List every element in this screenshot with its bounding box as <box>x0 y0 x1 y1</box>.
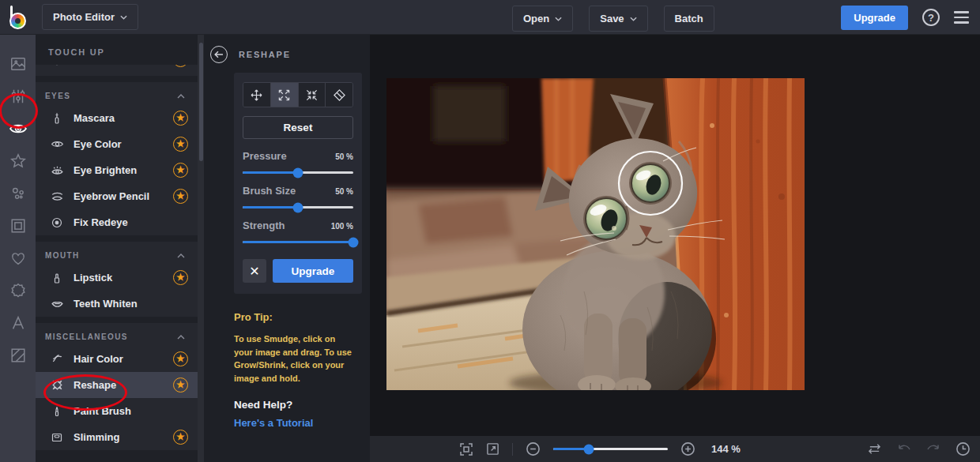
text-icon[interactable] <box>8 313 28 333</box>
menu-item-mascara[interactable]: Mascara ★ <box>36 105 198 131</box>
eye-brighten-icon <box>50 163 64 178</box>
fullscreen-icon[interactable] <box>486 442 499 456</box>
frames-icon[interactable] <box>8 216 28 236</box>
section-title: EYES <box>45 92 70 100</box>
grow-tool-button[interactable] <box>271 83 299 107</box>
effects-star-icon[interactable] <box>8 151 28 171</box>
reshape-controls-card: Reset Pressure 50 % Brush Size 50 % <box>234 73 362 294</box>
premium-star-badge: ★ <box>173 189 188 204</box>
menu-item-eyebrow-pencil[interactable]: Eyebrow Pencil ★ <box>36 183 198 209</box>
pressure-slider-block: Pressure 50 % <box>243 150 353 174</box>
chevron-down-icon <box>555 17 562 21</box>
redo-icon[interactable] <box>926 443 940 456</box>
premium-star-badge: ★ <box>173 270 188 285</box>
zoom-slider-thumb[interactable] <box>583 444 594 454</box>
pressure-slider-thumb[interactable] <box>293 167 303 178</box>
zoom-in-icon[interactable] <box>680 441 695 456</box>
pro-tip-title: Pro Tip: <box>234 311 359 323</box>
section-title: MOUTH <box>45 251 80 260</box>
miscellaneous-section-header[interactable]: MISCELLANEOUS <box>36 323 198 346</box>
brush-size-slider-thumb[interactable] <box>293 202 303 212</box>
menu-item-fix-redeye[interactable]: Fix Redeye <box>36 209 198 235</box>
textures-icon[interactable] <box>8 345 28 366</box>
befunky-logo-icon[interactable] <box>9 6 31 29</box>
brush-size-slider[interactable] <box>243 206 353 208</box>
photo-image[interactable] <box>386 78 805 390</box>
strength-slider-thumb[interactable] <box>349 237 359 247</box>
tool-rail <box>0 35 36 462</box>
clone-icon <box>50 65 64 67</box>
photo-edit-icon[interactable] <box>8 54 28 74</box>
strength-slider-block: Strength 100 % <box>243 220 353 243</box>
batch-button[interactable]: Batch <box>664 6 714 32</box>
upgrade-button[interactable]: Upgrade <box>841 6 908 30</box>
eyebrow-pencil-icon <box>50 190 64 204</box>
reset-button[interactable]: Reset <box>243 116 353 139</box>
save-button[interactable]: Save <box>589 6 647 32</box>
adjust-sliders-icon[interactable] <box>8 86 28 107</box>
pressure-slider[interactable] <box>243 171 353 174</box>
menu-item-reshape[interactable]: Reshape ★ <box>36 372 198 398</box>
tutorial-link[interactable]: Here's a Tutorial <box>234 417 359 429</box>
menu-item-hair-color[interactable]: Hair Color ★ <box>36 346 198 372</box>
menu-item-label: Paint Brush <box>74 405 131 417</box>
shrink-tool-button[interactable] <box>299 83 326 107</box>
premium-star-badge: ★ <box>173 377 188 393</box>
pro-tip: Pro Tip: To use Smudge, click on your im… <box>234 311 359 429</box>
premium-star-badge: ★ <box>173 351 188 366</box>
menu-item-paint-brush[interactable]: Paint Brush <box>36 398 198 424</box>
miscellaneous-section: MISCELLANEOUS Hair Color ★ Reshape ★ <box>36 323 198 450</box>
artsy-bubbles-icon[interactable] <box>8 183 28 204</box>
strength-slider[interactable] <box>243 241 353 243</box>
lipstick-icon <box>50 271 64 285</box>
touchup-scrollbar[interactable] <box>198 35 204 462</box>
menu-item-label: Hair Color <box>74 353 123 365</box>
menu-item-label: Slimming <box>74 431 120 443</box>
reshape-title: RESHAPE <box>239 50 291 59</box>
menu-item-slimming[interactable]: Slimming ★ <box>36 424 198 450</box>
close-button[interactable]: ✕ <box>243 259 266 283</box>
brush-size-value: 50 % <box>335 187 353 196</box>
graphics-badge-icon[interactable] <box>8 280 28 301</box>
menu-item-eye-brighten[interactable]: Eye Brighten ★ <box>36 157 198 183</box>
undo-icon[interactable] <box>897 443 911 456</box>
back-arrow-icon[interactable] <box>210 46 228 63</box>
top-bar-right: Upgrade ? <box>841 0 969 35</box>
help-icon[interactable]: ? <box>922 9 940 26</box>
history-icon[interactable] <box>956 441 971 456</box>
mouth-section-header[interactable]: MOUTH <box>36 242 198 265</box>
eye-color-icon <box>50 137 64 152</box>
premium-star-badge: ★ <box>173 111 188 126</box>
menu-item-label: Eye Brighten <box>74 164 137 176</box>
slimming-icon <box>50 430 64 445</box>
menu-item-label: Reshape <box>74 379 116 391</box>
partial-item-card: Clone ★ <box>36 65 198 76</box>
section-title: MISCELLANEOUS <box>45 332 128 341</box>
open-button[interactable]: Open <box>512 6 573 32</box>
overlays-heart-icon[interactable] <box>8 248 28 269</box>
panel-upgrade-button[interactable]: Upgrade <box>273 259 353 283</box>
fit-screen-icon[interactable] <box>459 442 473 456</box>
reshape-icon <box>50 378 64 393</box>
compare-icon[interactable] <box>867 442 882 456</box>
zoom-level: 144 % <box>711 443 741 455</box>
menu-item-label: Fix Redeye <box>74 216 128 228</box>
zoom-slider[interactable] <box>553 448 668 450</box>
eyes-section-header[interactable]: EYES <box>36 82 198 105</box>
menu-item-teeth-whiten[interactable]: Teeth Whiten <box>36 291 198 317</box>
touch-up-panel: TOUCH UP Clone ★ EYES Mascara ★ <box>36 35 198 462</box>
smudge-move-tool-button[interactable] <box>243 83 271 107</box>
eraser-tool-button[interactable] <box>326 83 352 107</box>
brush-size-slider-block: Brush Size 50 % <box>243 185 353 208</box>
touch-up-eye-icon[interactable] <box>8 118 28 139</box>
menu-item-clone[interactable]: Clone ★ <box>36 65 198 73</box>
menu-item-lipstick[interactable]: Lipstick ★ <box>36 265 198 291</box>
touch-up-title: TOUCH UP <box>36 35 198 65</box>
strength-value: 100 % <box>331 222 353 231</box>
hamburger-menu-icon[interactable] <box>954 11 969 24</box>
zoom-out-icon[interactable] <box>526 441 541 456</box>
pressure-value: 50 % <box>335 152 353 161</box>
app-menu-button[interactable]: Photo Editor <box>42 4 138 30</box>
menu-item-eye-color[interactable]: Eye Color ★ <box>36 131 198 157</box>
fix-redeye-icon <box>50 216 64 230</box>
